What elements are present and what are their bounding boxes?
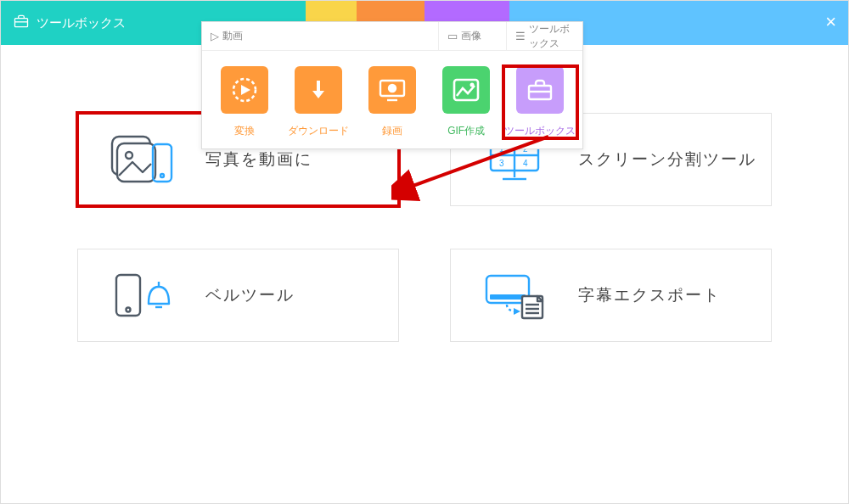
- svg-point-6: [160, 174, 164, 177]
- image-icon: ▭: [447, 30, 458, 42]
- tab-label: 動画: [222, 29, 243, 43]
- dropdown-items: 変換 ダウンロード 録画 GIF作成: [202, 51, 582, 148]
- tab-toolbox[interactable]: ☰ ツールボックス: [506, 22, 582, 50]
- toolbox-item-icon: [516, 66, 564, 114]
- item-gif[interactable]: GIF作成: [430, 66, 503, 138]
- svg-point-32: [389, 85, 396, 92]
- subtitle-export-icon: [476, 271, 553, 320]
- item-label: GIF作成: [430, 124, 503, 138]
- svg-text:3: 3: [499, 159, 504, 168]
- card-label: スクリーン分割ツール: [578, 148, 756, 171]
- tab-video[interactable]: ▷ 動画: [202, 22, 438, 50]
- svg-point-17: [127, 308, 131, 312]
- svg-point-35: [470, 83, 475, 87]
- toolbox-icon: ☰: [515, 30, 526, 42]
- item-label: 録画: [355, 124, 429, 138]
- tab-label: 画像: [461, 29, 481, 43]
- card-label: ベルツール: [205, 284, 295, 306]
- dropdown-tabs: ▷ 動画 ▭ 画像 ☰ ツールボックス: [202, 22, 582, 51]
- bell-tool-icon: [104, 270, 180, 321]
- toolbox-icon: [13, 13, 30, 33]
- item-label: ダウンロード: [281, 124, 355, 138]
- window-title: ツールボックス: [37, 15, 126, 31]
- convert-icon: [221, 66, 268, 114]
- record-icon: [368, 66, 416, 114]
- svg-text:4: 4: [523, 159, 528, 168]
- tab-label: ツールボックス: [529, 22, 574, 51]
- close-button[interactable]: ×: [825, 11, 836, 33]
- play-icon: ▷: [211, 30, 219, 42]
- category-dropdown: ▷ 動画 ▭ 画像 ☰ ツールボックス 変換: [201, 21, 583, 149]
- download-icon: [295, 66, 342, 114]
- tab-image[interactable]: ▭ 画像: [438, 22, 506, 50]
- svg-marker-30: [312, 91, 324, 98]
- svg-rect-34: [454, 80, 478, 100]
- item-label: 変換: [207, 124, 281, 138]
- svg-marker-22: [514, 308, 520, 315]
- item-convert[interactable]: 変換: [207, 66, 281, 138]
- gif-icon: [442, 66, 490, 114]
- svg-marker-28: [241, 85, 250, 95]
- card-bell-tool[interactable]: ベルツール: [77, 249, 399, 342]
- item-record[interactable]: 録画: [355, 66, 429, 138]
- svg-rect-16: [116, 275, 140, 316]
- card-label: 字幕エクスポート: [578, 284, 721, 306]
- card-subtitle-export[interactable]: 字幕エクスポート: [450, 249, 772, 342]
- card-label: 写真を動画に: [205, 148, 312, 171]
- item-label: ツールボックス: [503, 124, 577, 138]
- svg-rect-0: [15, 19, 28, 27]
- photo-to-video-icon: [104, 133, 180, 186]
- app-window: ツールボックス × 写真を動画に: [0, 0, 849, 504]
- svg-rect-3: [117, 143, 155, 182]
- item-toolbox[interactable]: ツールボックス: [503, 66, 577, 138]
- svg-rect-29: [317, 81, 320, 92]
- item-download[interactable]: ダウンロード: [281, 66, 355, 138]
- svg-rect-21: [490, 294, 526, 300]
